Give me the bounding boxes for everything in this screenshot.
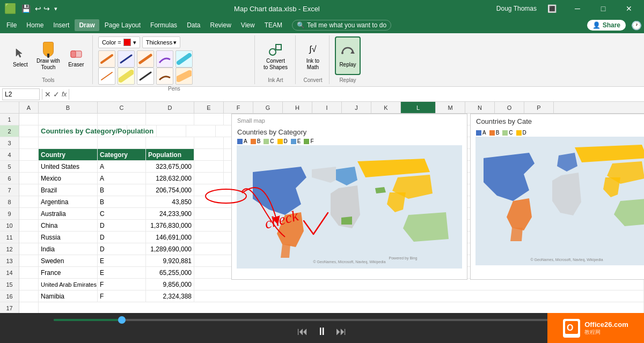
- pen-swatch-orange2[interactable]: [137, 50, 154, 68]
- row-num-4[interactable]: 4: [0, 149, 19, 161]
- cell-A1[interactable]: [19, 114, 39, 125]
- menu-team[interactable]: TEAM: [260, 19, 287, 31]
- menu-view[interactable]: View: [237, 19, 259, 31]
- select-button[interactable]: Select: [9, 36, 32, 75]
- cell-D6[interactable]: 128,632,000: [146, 173, 194, 184]
- col-header-D[interactable]: D: [146, 102, 194, 113]
- cell-D15[interactable]: 9,856,000: [146, 279, 194, 290]
- pen-swatch-cyan[interactable]: [175, 50, 193, 68]
- cell-C12[interactable]: D: [98, 243, 146, 255]
- cell-A4[interactable]: [19, 149, 39, 160]
- col-header-H[interactable]: H: [283, 102, 312, 113]
- row-num-16[interactable]: 16: [0, 290, 19, 302]
- col-header-A[interactable]: A: [19, 102, 39, 113]
- pen-swatch-brown[interactable]: [156, 68, 173, 85]
- small-map-chart[interactable]: Small map Countries by Category A B C D …: [231, 114, 467, 280]
- cell-C5[interactable]: A: [98, 161, 146, 172]
- cell-C15[interactable]: F: [98, 279, 146, 290]
- cell-D5[interactable]: 323,675,000: [146, 161, 194, 172]
- cell-E5[interactable]: [194, 161, 224, 172]
- cell-B13[interactable]: Sweden: [39, 255, 98, 266]
- cell-D4[interactable]: Population: [146, 149, 194, 160]
- row-num-10[interactable]: 10: [0, 220, 19, 232]
- cell-C14[interactable]: E: [98, 267, 146, 278]
- cell-C1[interactable]: [98, 114, 146, 125]
- playback-track[interactable]: [54, 319, 590, 321]
- col-header-K[interactable]: K: [371, 102, 401, 113]
- menu-insert[interactable]: Insert: [49, 19, 74, 31]
- thickness-dropdown[interactable]: Thickness ▾: [142, 36, 181, 48]
- cell-C10[interactable]: D: [98, 220, 146, 231]
- menu-review[interactable]: Review: [206, 19, 235, 31]
- rewind-button[interactable]: ⏮: [297, 325, 308, 338]
- cell-rest16[interactable]: [194, 290, 644, 302]
- pen-swatch-thin-orange[interactable]: [98, 68, 115, 85]
- cell-D3[interactable]: [146, 137, 194, 148]
- cell-B11[interactable]: Russia: [39, 232, 98, 243]
- draw-with-touch-button[interactable]: Draw withTouch: [33, 36, 63, 75]
- customize-icon[interactable]: ▾: [54, 5, 57, 12]
- row-num-8[interactable]: 8: [0, 196, 19, 208]
- cell-B6[interactable]: Mexico: [39, 173, 98, 184]
- cell-A16[interactable]: [19, 290, 39, 302]
- cell-C6[interactable]: A: [98, 173, 146, 184]
- share-button[interactable]: 👤 Share: [587, 20, 626, 31]
- cell-B3[interactable]: [39, 137, 98, 148]
- cell-D7[interactable]: 206,754,000: [146, 184, 194, 196]
- cell-B12[interactable]: India: [39, 243, 98, 255]
- cell-D10[interactable]: 1,376,830,000: [146, 220, 194, 231]
- cell-D14[interactable]: 65,255,000: [146, 267, 194, 278]
- maximize-icon[interactable]: □: [592, 0, 614, 17]
- cell-D12[interactable]: 1,289,690,000: [146, 243, 194, 255]
- cell-B5[interactable]: United States: [39, 161, 98, 172]
- row-num-12[interactable]: 12: [0, 243, 19, 255]
- cell-D13[interactable]: 9,920,881: [146, 255, 194, 266]
- cell-C8[interactable]: B: [98, 196, 146, 207]
- col-header-M[interactable]: M: [436, 102, 465, 113]
- minimize-icon[interactable]: ─: [567, 0, 588, 17]
- menu-page-layout[interactable]: Page Layout: [100, 19, 145, 31]
- cell-C4[interactable]: Category: [98, 149, 146, 160]
- cancel-formula-icon[interactable]: ✕: [45, 90, 51, 99]
- cell-C7[interactable]: B: [98, 184, 146, 196]
- cell-A11[interactable]: [19, 232, 39, 243]
- cell-B7[interactable]: Brazil: [39, 184, 98, 196]
- cell-E1[interactable]: [194, 114, 224, 125]
- row-num-17[interactable]: 17: [0, 302, 19, 313]
- cell-H2[interactable]: [186, 125, 216, 137]
- cell-A8[interactable]: [19, 196, 39, 207]
- restore-icon[interactable]: 🔳: [541, 0, 562, 17]
- cell-reference-input[interactable]: L2: [2, 88, 40, 100]
- cell-A3[interactable]: [19, 137, 39, 148]
- cell-C13[interactable]: E: [98, 255, 146, 266]
- cell-B10[interactable]: China: [39, 220, 98, 231]
- menu-home[interactable]: Home: [22, 19, 48, 31]
- cell-D9[interactable]: 24,233,900: [146, 208, 194, 219]
- cell-B4[interactable]: Country: [39, 149, 98, 160]
- tell-me-input[interactable]: 🔍 Tell me what you want to do: [292, 20, 391, 31]
- playback-thumb[interactable]: [118, 316, 126, 324]
- cell-rest17[interactable]: [39, 302, 644, 313]
- cell-A17[interactable]: [19, 302, 39, 313]
- forward-button[interactable]: ⏭: [336, 325, 347, 338]
- save-icon[interactable]: 💾: [21, 4, 31, 13]
- cell-C3[interactable]: [98, 137, 146, 148]
- row-num-11[interactable]: 11: [0, 232, 19, 243]
- row-num-6[interactable]: 6: [0, 173, 19, 184]
- cell-D16[interactable]: 2,324,388: [146, 290, 194, 302]
- cell-A9[interactable]: [19, 208, 39, 219]
- row-num-2[interactable]: 2: [0, 125, 19, 137]
- col-header-B[interactable]: B: [39, 102, 98, 113]
- cell-A6[interactable]: [19, 173, 39, 184]
- cell-A7[interactable]: [19, 184, 39, 196]
- pen-swatch-purple[interactable]: [156, 50, 173, 68]
- history-icon[interactable]: 🕐: [631, 20, 642, 31]
- cell-B14[interactable]: France: [39, 267, 98, 278]
- cell-A10[interactable]: [19, 220, 39, 231]
- row-num-7[interactable]: 7: [0, 184, 19, 196]
- cell-A12[interactable]: [19, 243, 39, 255]
- convert-to-shapes-button[interactable]: Convertto Shapes: [260, 36, 291, 75]
- row-num-1[interactable]: 1: [0, 114, 19, 125]
- cell-C16[interactable]: F: [98, 290, 146, 302]
- menu-formulas[interactable]: Formulas: [146, 19, 181, 31]
